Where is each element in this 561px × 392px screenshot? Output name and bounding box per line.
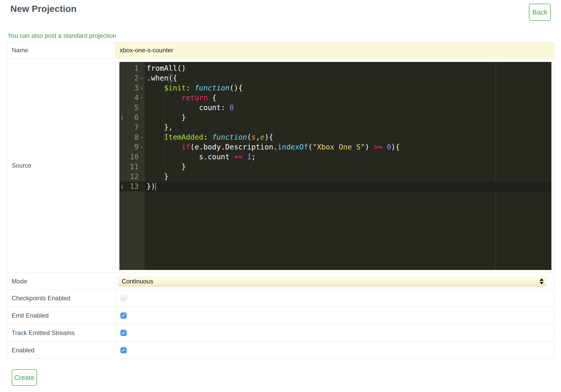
fold-icon[interactable]: ▾ [139, 145, 145, 149]
code-token: "Xbox One S" [313, 143, 365, 151]
select-down-arrow-icon [540, 282, 544, 284]
line-number: 12 [126, 172, 139, 182]
back-button[interactable]: Back [529, 4, 551, 21]
gutter-line: 9▾ [119, 142, 145, 152]
fold-icon[interactable]: ▾ [139, 86, 145, 90]
select-up-arrow-icon [540, 278, 544, 281]
line-number: 4 [126, 93, 139, 103]
code-token: if [182, 143, 190, 151]
code-token: s.count [147, 153, 234, 161]
checkpoints-enabled-row: Checkpoints Enabled ✓ [8, 290, 554, 307]
code-token: ){ [391, 143, 400, 151]
code-token: }) [147, 182, 155, 191]
gutter-line: 2▾ [119, 73, 145, 83]
enabled-label: Enabled [8, 342, 115, 359]
code-token: 0 [387, 143, 391, 151]
source-editor[interactable]: 12▾3▾4▾5i678▾9▾101112i13 fromAll().when(… [119, 62, 551, 270]
code-line: } [145, 162, 551, 172]
code-token: s [251, 133, 256, 141]
code-token: $init [164, 84, 186, 92]
code-token: fromAll() [147, 64, 186, 73]
name-input[interactable]: xbox-one-s-counter [115, 42, 554, 58]
line-number: 1 [126, 63, 139, 73]
code-token: (e.body.Description. [190, 143, 278, 151]
mode-row: Mode Continuous [8, 273, 554, 290]
source-label: Source [8, 59, 115, 273]
gutter-line: 12 [119, 172, 145, 182]
code-token [382, 143, 387, 151]
checkpoints-enabled-label: Checkpoints Enabled [8, 290, 115, 307]
source-row: Source 12▾3▾4▾5i678▾9▾101112i13 fromAll(… [8, 59, 554, 273]
code-token: return [182, 94, 208, 102]
line-number: 8 [126, 132, 139, 142]
name-row: Name xbox-one-s-counter [8, 42, 554, 59]
code-token: { [208, 94, 217, 102]
matching-bracket-highlight: ( [168, 74, 173, 82]
gutter-line: 7 [119, 123, 145, 132]
create-button[interactable]: Create [12, 369, 37, 386]
code-token: ItemAdded [164, 133, 203, 141]
code-token: ){ [264, 133, 273, 141]
gutter-line: 3▾ [119, 83, 145, 93]
code-line: return { [145, 93, 551, 103]
code-line: s.count += 1; [145, 152, 551, 162]
code-line: } [145, 113, 551, 123]
code-token: ( [308, 143, 313, 151]
code-token [147, 84, 164, 92]
code-line: if(e.body.Description.indexOf("Xbox One … [145, 142, 551, 152]
checkpoints-enabled-checkbox: ✓ [120, 295, 127, 301]
code-line: }, [145, 123, 551, 132]
code-token: ) [365, 143, 374, 151]
code-token [147, 143, 182, 151]
line-number: 6 [126, 113, 139, 123]
select-arrows-icon [540, 278, 544, 284]
editor-code-lines: fromAll().when({ $init: function(){ retu… [145, 62, 551, 191]
code-token: { [173, 74, 177, 82]
fold-icon[interactable]: ▾ [139, 135, 145, 140]
code-line: .when({ [145, 73, 551, 83]
code-line: }) [145, 182, 551, 191]
code-token: : [203, 133, 212, 141]
check-icon: ✓ [121, 348, 126, 353]
projection-form-table: Name xbox-one-s-counter Source 12▾3▾4▾5i… [8, 42, 554, 359]
code-token: , [256, 133, 260, 141]
line-number: 3 [126, 83, 139, 93]
enabled-checkbox[interactable]: ✓ [120, 347, 127, 353]
track-emitted-streams-label: Track Emitted Streams [8, 324, 115, 341]
code-token: += [234, 153, 243, 161]
track-emitted-streams-row: Track Emitted Streams ✓ [8, 324, 554, 342]
track-emitted-streams-checkbox[interactable]: ✓ [120, 330, 127, 336]
info-annotation-icon: i [119, 183, 126, 190]
standard-projection-link[interactable]: You can also post a standard projection [8, 32, 116, 39]
gutter-line: 8▾ [119, 132, 145, 142]
code-token: 1 [247, 153, 251, 161]
code-line: } [145, 172, 551, 182]
fold-icon[interactable]: ▾ [139, 96, 145, 100]
code-token: function [212, 133, 247, 141]
code-token: } [147, 172, 168, 181]
check-icon: ✓ [121, 313, 126, 318]
line-number: 10 [126, 152, 139, 162]
name-label: Name [8, 42, 115, 58]
editor-gutter: 12▾3▾4▾5i678▾9▾101112i13 [119, 62, 145, 270]
code-token [147, 94, 182, 102]
code-token: e [260, 133, 264, 141]
emit-enabled-checkbox[interactable]: ✓ [120, 312, 127, 319]
line-number: 13 [126, 182, 139, 191]
gutter-line: 5 [119, 103, 145, 113]
code-token: function [195, 84, 229, 92]
gutter-line: i13 [119, 182, 145, 191]
enabled-row: Enabled ✓ [8, 342, 554, 359]
code-token: } [147, 113, 186, 122]
code-token: count: [147, 103, 229, 112]
text-cursor [155, 182, 156, 191]
line-number: 5 [126, 103, 139, 113]
code-token: 0 [229, 103, 234, 112]
editor-code-pane[interactable]: fromAll().when({ $init: function(){ retu… [145, 62, 551, 270]
fold-icon[interactable]: ▾ [139, 76, 145, 81]
code-line: ItemAdded: function(s,e){ [145, 132, 551, 142]
emit-enabled-row: Emit Enabled ✓ [8, 307, 554, 324]
mode-label: Mode [8, 273, 115, 290]
code-token: : [186, 84, 195, 92]
mode-select[interactable]: Continuous [117, 276, 547, 287]
